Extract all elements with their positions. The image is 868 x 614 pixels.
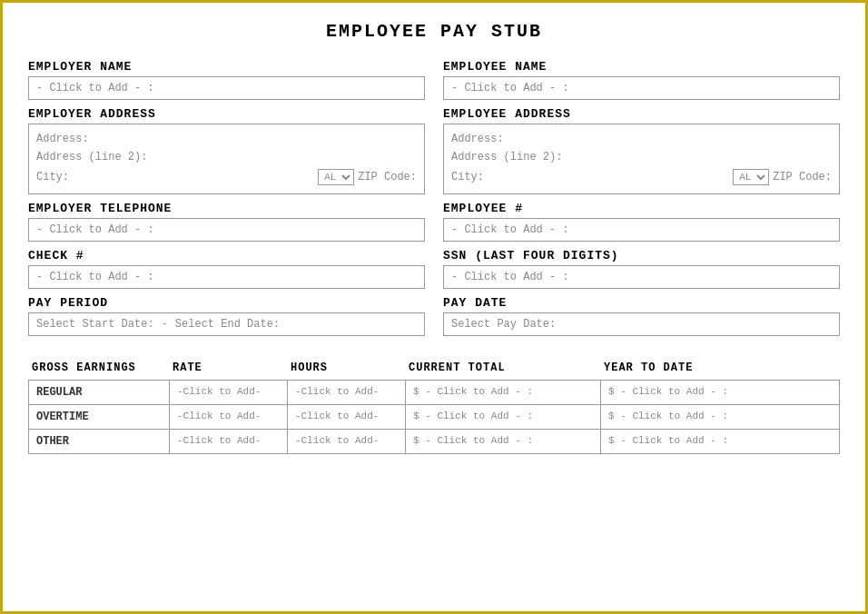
earnings-header-ytd: YEAR TO DATE [600, 360, 795, 376]
employee-address-line2: Address (line 2): [451, 148, 832, 166]
main-grid: EMPLOYER NAME - Click to Add - : EMPLOYE… [28, 60, 840, 343]
employee-state-select[interactable]: AL AK AZ CA CO FL GA NY TX [733, 169, 769, 185]
pay-date-section: PAY DATE Select Pay Date: [443, 296, 840, 336]
employer-name-input[interactable]: - Click to Add - : [28, 76, 425, 100]
ssn-label: SSN (LAST FOUR DIGITS) [443, 249, 840, 262]
overtime-hours[interactable]: -Click to Add- [288, 405, 406, 429]
earnings-row-other: OTHER -Click to Add- -Click to Add- $ - … [29, 430, 839, 453]
employer-name-label: EMPLOYER NAME [28, 60, 425, 74]
employer-zip-label: ZIP Code: [358, 171, 417, 183]
employee-address-section: EMPLOYEE ADDRESS Address: Address (line … [443, 107, 840, 194]
other-ytd[interactable]: $ - Click to Add - : [601, 430, 796, 453]
earnings-header-gross: GROSS EARNINGS [28, 360, 169, 376]
regular-rate[interactable]: -Click to Add- [170, 381, 288, 404]
employer-telephone-section: EMPLOYER TELEPHONE - Click to Add - : [28, 202, 425, 242]
pay-period-label: PAY PERIOD [28, 296, 425, 310]
employer-column: EMPLOYER NAME - Click to Add - : EMPLOYE… [28, 60, 425, 343]
employer-telephone-label: EMPLOYER TELEPHONE [28, 202, 425, 215]
ssn-section: SSN (LAST FOUR DIGITS) - Click to Add - … [443, 249, 840, 289]
pay-period-dash: - [162, 318, 168, 331]
earnings-header: GROSS EARNINGS RATE HOURS CURRENT TOTAL … [28, 356, 840, 380]
employee-name-input[interactable]: - Click to Add - : [443, 76, 840, 100]
employer-address-box[interactable]: Address: Address (line 2): City: AL AK A… [28, 124, 425, 194]
other-hours[interactable]: -Click to Add- [288, 430, 406, 453]
employee-address-city-row: City: AL AK AZ CA CO FL GA NY TX ZIP [451, 166, 832, 188]
earnings-row-regular: REGULAR -Click to Add- -Click to Add- $ … [29, 381, 839, 405]
employer-state-select[interactable]: AL AK AZ CA CO FL GA NY TX [318, 169, 354, 185]
pay-period-section: PAY PERIOD Select Start Date: - Select E… [28, 296, 425, 336]
earnings-table: REGULAR -Click to Add- -Click to Add- $ … [28, 380, 840, 454]
pay-period-start: Select Start Date: [36, 318, 154, 331]
employee-name-section: EMPLOYEE NAME - Click to Add - : [443, 60, 840, 100]
employee-number-input[interactable]: - Click to Add - : [443, 218, 840, 242]
overtime-ytd[interactable]: $ - Click to Add - : [601, 405, 796, 429]
pay-date-label: PAY DATE [443, 296, 840, 310]
earnings-header-rate: RATE [169, 360, 287, 376]
other-rate[interactable]: -Click to Add- [170, 430, 288, 453]
earnings-section: GROSS EARNINGS RATE HOURS CURRENT TOTAL … [28, 356, 840, 454]
ssn-input[interactable]: - Click to Add - : [443, 265, 840, 289]
check-section: CHECK # - Click to Add - : [28, 249, 425, 289]
employee-name-label: EMPLOYEE NAME [443, 60, 840, 74]
overtime-current[interactable]: $ - Click to Add - : [406, 405, 601, 429]
employee-zip-label: ZIP Code: [773, 171, 832, 183]
check-label: CHECK # [28, 249, 425, 262]
employee-city-label: City: [451, 171, 729, 183]
employer-address-line2: Address (line 2): [36, 148, 417, 166]
employer-name-section: EMPLOYER NAME - Click to Add - : [28, 60, 425, 100]
pay-period-box[interactable]: Select Start Date: - Select End Date: [28, 312, 425, 336]
employer-telephone-input[interactable]: - Click to Add - : [28, 218, 425, 242]
regular-current[interactable]: $ - Click to Add - : [406, 381, 601, 404]
overtime-rate[interactable]: -Click to Add- [170, 405, 288, 429]
employer-address-section: EMPLOYER ADDRESS Address: Address (line … [28, 107, 425, 194]
employer-city-label: City: [36, 171, 314, 183]
earnings-header-hours: HOURS [287, 360, 405, 376]
employee-number-label: EMPLOYEE # [443, 202, 840, 215]
employee-address-line1: Address: [451, 130, 832, 148]
employee-address-label: EMPLOYEE ADDRESS [443, 107, 840, 121]
employee-column: EMPLOYEE NAME - Click to Add - : EMPLOYE… [443, 60, 840, 343]
regular-ytd[interactable]: $ - Click to Add - : [601, 381, 796, 404]
employee-number-section: EMPLOYEE # - Click to Add - : [443, 202, 840, 242]
page-title: EMPLOYEE PAY STUB [28, 21, 840, 42]
check-input[interactable]: - Click to Add - : [28, 265, 425, 289]
pay-date-input[interactable]: Select Pay Date: [443, 312, 840, 336]
earnings-header-current: CURRENT TOTAL [405, 360, 600, 376]
other-label: OTHER [29, 430, 170, 453]
regular-hours[interactable]: -Click to Add- [288, 381, 406, 404]
pay-period-end: Select End Date: [175, 318, 280, 331]
other-current[interactable]: $ - Click to Add - : [406, 430, 601, 453]
employer-address-line1: Address: [36, 130, 417, 148]
earnings-row-overtime: OVERTIME -Click to Add- -Click to Add- $… [29, 405, 839, 430]
employer-address-label: EMPLOYER ADDRESS [28, 107, 425, 121]
employer-address-city-row: City: AL AK AZ CA CO FL GA NY TX ZIP [36, 166, 417, 188]
employee-address-box[interactable]: Address: Address (line 2): City: AL AK A… [443, 124, 840, 194]
regular-label: REGULAR [29, 381, 170, 404]
pay-stub-page: EMPLOYEE PAY STUB EMPLOYER NAME - Click … [0, 0, 868, 614]
overtime-label: OVERTIME [29, 405, 170, 429]
